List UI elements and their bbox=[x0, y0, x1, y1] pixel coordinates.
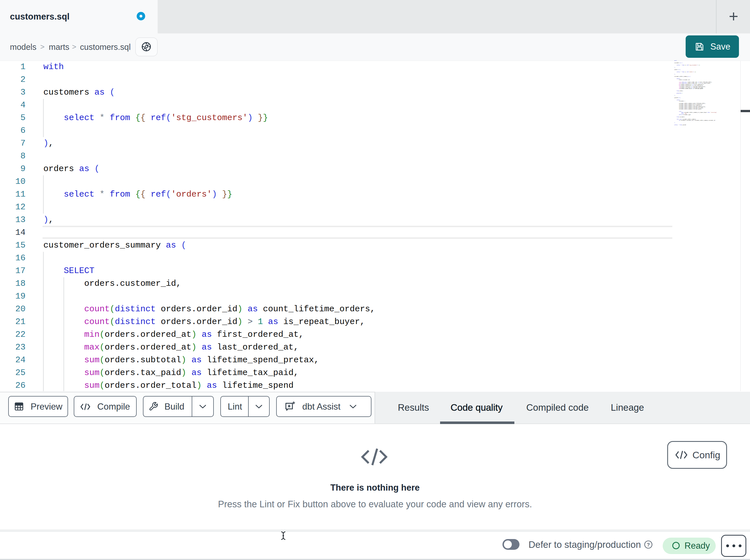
svg-text:?: ? bbox=[647, 542, 650, 547]
